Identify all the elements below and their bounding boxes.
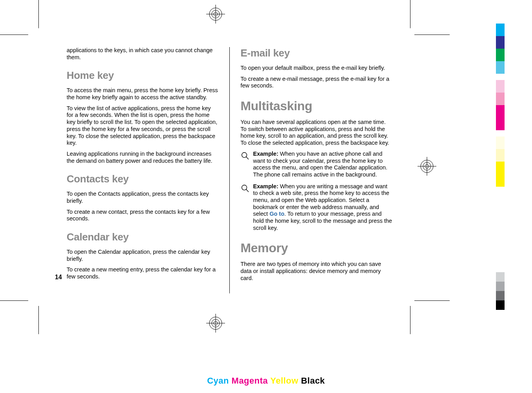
crop-mark xyxy=(410,306,410,334)
body-text: To access the main menu, press the home … xyxy=(67,87,218,101)
magnifier-icon xyxy=(241,151,249,178)
page-container: applications to the keys, in which case … xyxy=(0,0,532,393)
heading-contacts-key: Contacts key xyxy=(67,173,218,185)
content-area: applications to the keys, in which case … xyxy=(67,47,392,293)
heading-multitasking: Multitasking xyxy=(241,99,392,113)
heading-memory: Memory xyxy=(241,241,392,255)
body-text: To create a new contact, press the conta… xyxy=(67,209,218,222)
heading-email-key: E-mail key xyxy=(241,47,392,59)
body-text: To open your default mailbox, press the … xyxy=(241,65,392,72)
heading-home-key: Home key xyxy=(67,69,218,82)
right-column: E-mail key To open your default mailbox,… xyxy=(238,47,392,293)
cmyk-footer: Cyan Magenta Yellow Black xyxy=(207,376,325,386)
crop-mark xyxy=(38,306,39,334)
example-text: Example: When you are writing a message … xyxy=(253,183,392,232)
example-block: Example: When you are writing a message … xyxy=(241,183,392,232)
goto-link: Go to xyxy=(269,211,284,217)
example-block: Example: When you have an active phone c… xyxy=(241,151,392,178)
registration-mark-icon xyxy=(206,314,225,333)
color-bars-bottom xyxy=(496,272,505,310)
magnifier-icon xyxy=(241,183,249,232)
crop-mark xyxy=(410,0,410,28)
yellow-label: Yellow xyxy=(271,376,298,386)
page-number: 14 xyxy=(55,274,62,281)
column-divider xyxy=(229,47,230,293)
body-text: There are two types of memory into which… xyxy=(241,261,392,282)
crop-mark xyxy=(414,300,450,301)
example-text: Example: When you have an active phone c… xyxy=(253,151,392,178)
black-label: Black xyxy=(301,376,325,386)
svg-point-15 xyxy=(241,153,247,158)
svg-point-17 xyxy=(241,185,247,190)
heading-calendar-key: Calendar key xyxy=(67,231,218,243)
intro-paragraph: applications to the keys, in which case … xyxy=(67,47,218,61)
body-text: To create a new meeting entry, press the… xyxy=(67,266,218,280)
body-text: You can have several applications open a… xyxy=(241,119,392,147)
body-text: To view the list of active applications,… xyxy=(67,105,218,147)
svg-line-16 xyxy=(246,157,248,159)
svg-line-18 xyxy=(246,189,248,191)
example-label: Example: xyxy=(253,183,278,189)
registration-mark-icon xyxy=(418,157,436,176)
body-text: Leaving applications running in the back… xyxy=(67,151,218,164)
left-column: applications to the keys, in which case … xyxy=(67,47,222,293)
registration-mark-icon xyxy=(206,5,225,24)
crop-mark xyxy=(0,300,28,301)
body-text: To open the Contacts application, press … xyxy=(67,191,218,204)
magenta-label: Magenta xyxy=(232,376,268,386)
body-text: To open the Calendar application, press … xyxy=(67,249,218,262)
cyan-label: Cyan xyxy=(207,376,229,386)
color-bars-top xyxy=(496,24,505,187)
crop-mark xyxy=(38,0,39,28)
crop-mark xyxy=(0,35,28,35)
example-label: Example: xyxy=(253,151,278,157)
body-text: To create a new e-mail message, press th… xyxy=(241,76,392,89)
crop-mark xyxy=(414,35,450,35)
